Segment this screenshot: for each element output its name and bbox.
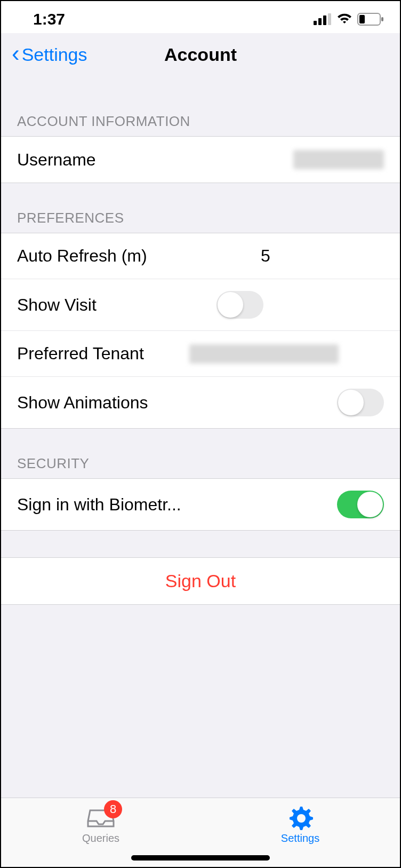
account-info-group: Username — [1, 136, 400, 183]
show-animations-toggle[interactable] — [337, 389, 384, 416]
section-header-account-info: Account Information — [1, 81, 400, 136]
page-title: Account — [164, 44, 237, 65]
status-bar: 1:37 — [1, 1, 400, 33]
queries-badge: 8 — [104, 800, 122, 818]
cellular-icon — [314, 13, 332, 25]
svg-rect-1 — [318, 18, 322, 25]
chevron-left-icon: ‹ — [12, 42, 20, 65]
battery-icon — [357, 13, 384, 26]
back-button[interactable]: ‹ Settings — [12, 44, 87, 65]
biometrics-toggle[interactable] — [337, 491, 384, 518]
username-label: Username — [17, 150, 96, 170]
content-area: Account Information Username Preferences… — [1, 81, 400, 798]
auto-refresh-value: 5 — [261, 246, 270, 266]
toggle-knob — [218, 292, 243, 318]
svg-rect-2 — [323, 15, 326, 25]
back-label: Settings — [22, 44, 87, 65]
preferred-tenant-label: Preferred Tenant — [17, 344, 144, 364]
username-row[interactable]: Username — [1, 137, 400, 183]
svg-rect-6 — [359, 15, 365, 23]
tab-settings-label: Settings — [281, 832, 319, 845]
svg-rect-0 — [314, 21, 317, 25]
show-visit-row: Show Visit — [1, 279, 400, 331]
toggle-knob — [338, 390, 364, 415]
gear-icon — [287, 804, 313, 830]
tab-queries-label: Queries — [82, 832, 119, 845]
preferred-tenant-value — [189, 344, 339, 364]
section-header-preferences: Preferences — [1, 183, 400, 233]
navigation-bar: ‹ Settings Account — [1, 33, 400, 81]
status-icons — [314, 13, 384, 26]
wifi-icon — [336, 13, 353, 26]
sign-out-button[interactable]: Sign Out — [1, 557, 400, 605]
status-time: 1:37 — [33, 10, 65, 28]
show-visit-toggle[interactable] — [216, 291, 263, 319]
home-indicator[interactable] — [131, 855, 270, 861]
preferences-group: Auto Refresh (m) 5 Show Visit Preferred … — [1, 233, 400, 429]
biometrics-label: Sign in with Biometr... — [17, 495, 181, 515]
svg-point-7 — [297, 814, 306, 823]
svg-rect-3 — [328, 13, 331, 25]
security-group: Sign in with Biometr... — [1, 478, 400, 531]
toggle-knob — [357, 492, 383, 517]
section-header-security: Security — [1, 429, 400, 478]
show-animations-label: Show Animations — [17, 393, 148, 413]
preferred-tenant-row[interactable]: Preferred Tenant — [1, 331, 400, 377]
auto-refresh-label: Auto Refresh (m) — [17, 246, 147, 266]
biometrics-row: Sign in with Biometr... — [1, 479, 400, 530]
username-value — [293, 150, 384, 169]
show-visit-label: Show Visit — [17, 295, 97, 315]
show-animations-row: Show Animations — [1, 377, 400, 428]
auto-refresh-row[interactable]: Auto Refresh (m) 5 — [1, 233, 400, 279]
sign-out-section: Sign Out — [1, 557, 400, 605]
svg-rect-5 — [381, 17, 383, 21]
